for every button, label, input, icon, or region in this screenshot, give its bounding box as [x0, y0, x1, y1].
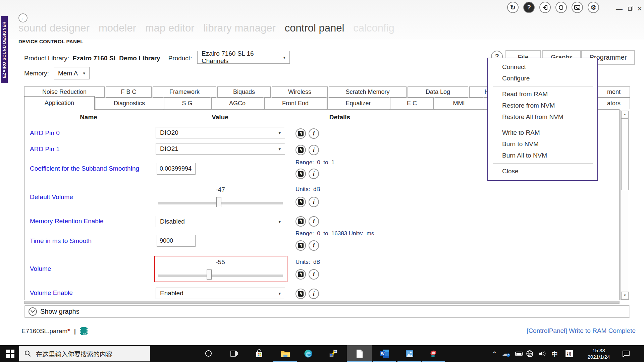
nav-map-editor[interactable]: map editor: [145, 22, 194, 34]
tray-chevron[interactable]: ⌃: [492, 345, 497, 362]
param-name-volume-enable[interactable]: Volume Enable: [30, 289, 73, 297]
tab-sg[interactable]: S G: [164, 98, 210, 109]
word-button[interactable]: W: [372, 345, 397, 362]
task-view-button[interactable]: [221, 345, 247, 362]
menu-item-read-from-ram[interactable]: Read from RAM: [488, 88, 597, 100]
console-icon[interactable]: [572, 2, 583, 13]
tab-application[interactable]: Application: [24, 96, 95, 110]
restore-icon[interactable]: [628, 7, 632, 11]
param-name-ard-pin-0[interactable]: ARD Pin 0: [30, 129, 60, 137]
param-name-time-smooth[interactable]: Time in ms to Smooth: [30, 237, 92, 245]
tab-agco[interactable]: AGCo: [211, 98, 263, 109]
nav-modeler[interactable]: modeler: [99, 22, 136, 34]
menu-item-restore-all-from-nvm[interactable]: Restore All from NVM: [488, 111, 597, 123]
tab-biquads[interactable]: Biquads: [217, 86, 271, 98]
info-icon[interactable]: i: [309, 240, 319, 251]
flash-tool-button[interactable]: [321, 345, 346, 362]
edge-button[interactable]: [296, 345, 321, 362]
settings-icon[interactable]: ⚙: [588, 2, 599, 13]
horizontal-scrollbar[interactable]: [24, 301, 620, 304]
tab-diagnostics[interactable]: Diagnostics: [96, 98, 163, 109]
battery-icon[interactable]: [515, 345, 523, 362]
tab-framework[interactable]: Framework: [153, 86, 216, 98]
undo-icon[interactable]: ↰: [296, 269, 306, 280]
network-icon[interactable]: [526, 345, 533, 362]
ime-mode-indicator[interactable]: 拼: [566, 345, 573, 362]
close-icon[interactable]: ×: [637, 4, 642, 13]
store-button[interactable]: [247, 345, 272, 362]
param-name-volume[interactable]: Volume: [30, 265, 51, 273]
scroll-down-button[interactable]: ▼: [621, 292, 629, 299]
info-icon[interactable]: i: [309, 197, 319, 207]
minimize-icon[interactable]: —: [616, 5, 623, 13]
status-file[interactable]: E7160SL.param* |: [21, 326, 88, 336]
tab-partial-ment[interactable]: ment: [598, 86, 630, 98]
undo-icon[interactable]: ↰: [296, 289, 306, 299]
start-button[interactable]: [6, 350, 15, 358]
tab-scratch-memory[interactable]: Scratch Memory: [329, 86, 407, 98]
chip-icon[interactable]: [80, 326, 88, 336]
menu-item-burn-to-nvm[interactable]: Burn to NVM: [488, 138, 597, 150]
undo-icon[interactable]: ↰: [296, 145, 306, 155]
scrollbar-thumb[interactable]: [621, 118, 629, 190]
refresh-icon[interactable]: ↻: [507, 2, 519, 13]
signin-icon[interactable]: [539, 2, 551, 13]
scroll-up-button[interactable]: ▲: [621, 111, 629, 118]
show-graphs-bar[interactable]: Show graphs: [24, 305, 630, 318]
info-icon[interactable]: i: [309, 216, 319, 227]
slider-thumb[interactable]: [216, 197, 221, 207]
undo-icon[interactable]: ↰: [296, 216, 306, 227]
slider-thumb[interactable]: [207, 269, 212, 280]
tab-partial-ators[interactable]: ators: [598, 98, 630, 109]
menu-item-close[interactable]: Close: [488, 166, 597, 177]
undo-icon[interactable]: ↰: [296, 240, 306, 251]
tab-fbc[interactable]: F B C: [106, 86, 152, 98]
info-icon[interactable]: i: [309, 128, 319, 139]
sidebar-app-tab[interactable]: EZAIRO SOUND DESIGNER: [1, 16, 8, 83]
coefficient-input[interactable]: 0.00399994: [157, 163, 196, 175]
undo-icon[interactable]: ↰: [296, 197, 306, 207]
info-icon[interactable]: i: [309, 145, 319, 155]
sync-icon[interactable]: [555, 2, 567, 13]
menu-item-configure[interactable]: Configure: [488, 73, 597, 84]
tab-ec[interactable]: E C: [390, 98, 434, 109]
taskbar-search[interactable]: 在这里输入你要搜索的内容: [19, 346, 150, 362]
tab-data-log[interactable]: Data Log: [408, 86, 468, 98]
media-app-button[interactable]: [421, 345, 446, 362]
cortana-button[interactable]: [205, 350, 212, 357]
product-select[interactable]: Ezairo 7160 SL 16 Channels ▾: [197, 51, 290, 64]
memory-select[interactable]: Mem A ▾: [54, 67, 90, 79]
time-smooth-input[interactable]: 9000: [157, 235, 196, 247]
volume-enable-dropdown[interactable]: Enabled▾: [156, 288, 285, 299]
ard-pin-0-dropdown[interactable]: DIO20▾: [156, 127, 285, 138]
param-name-default-volume[interactable]: Default Volume: [30, 193, 73, 201]
tab-equalizer[interactable]: Equalizer: [327, 98, 389, 109]
info-icon[interactable]: i: [309, 269, 319, 280]
ime-language-indicator[interactable]: 中: [551, 345, 558, 362]
menu-item-connect[interactable]: Connect: [488, 61, 597, 73]
info-icon[interactable]: i: [309, 169, 319, 179]
action-center-button[interactable]: [622, 345, 630, 362]
param-name-coefficient[interactable]: Coefficient for the Subband Smoothing: [30, 165, 139, 172]
document-app-button[interactable]: [347, 345, 372, 362]
slider-track[interactable]: [158, 275, 283, 277]
taskbar-clock[interactable]: 15:33 2021/1/24: [583, 347, 615, 360]
ard-pin-1-dropdown[interactable]: DIO21▾: [156, 143, 285, 155]
memory-retention-dropdown[interactable]: Disabled▾: [156, 216, 285, 227]
vertical-scrollbar[interactable]: ▲ ▼: [621, 110, 629, 300]
undo-icon[interactable]: ↰: [296, 128, 306, 139]
tab-wireless[interactable]: Wireless: [272, 86, 328, 98]
back-button[interactable]: ←: [18, 13, 28, 22]
undo-icon[interactable]: ↰: [296, 169, 306, 179]
nav-library-manager[interactable]: library manager: [203, 22, 275, 34]
onedrive-icon[interactable]: ☁: [502, 345, 510, 362]
menu-item-burn-all-to-nvm[interactable]: Burn All to NVM: [488, 150, 597, 161]
menu-item-restore-from-nvm[interactable]: Restore from NVM: [488, 100, 597, 111]
nav-calconfig[interactable]: calconfig: [353, 22, 394, 34]
menu-item-write-to-ram[interactable]: Write to RAM: [488, 127, 597, 138]
photos-button[interactable]: [397, 345, 422, 362]
param-name-memory-retention[interactable]: Memory Retention Enable: [30, 218, 104, 225]
nav-sound-designer[interactable]: sound designer: [18, 22, 90, 34]
file-explorer-button[interactable]: [273, 345, 298, 362]
nav-control-panel[interactable]: control panel: [285, 22, 344, 34]
